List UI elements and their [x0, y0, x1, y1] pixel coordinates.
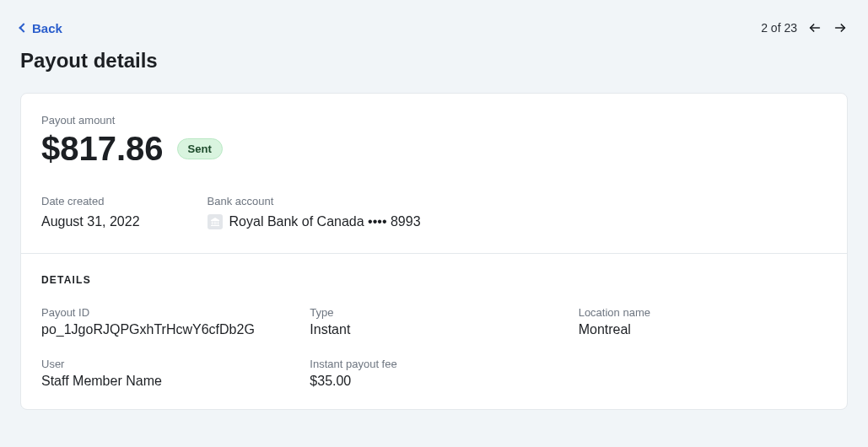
back-label: Back	[32, 21, 62, 35]
detail-value: $35.00	[310, 374, 558, 389]
detail-value: po_1JgoRJQPGxhTrHcwY6cfDb2G	[41, 322, 289, 337]
summary-section: Payout amount $817.86 Sent Date created …	[21, 94, 847, 253]
bank-icon	[208, 214, 223, 229]
details-section: DETAILS Payout ID po_1JgoRJQPGxhTrHcwY6c…	[21, 254, 847, 409]
date-created: Date created August 31, 2022	[41, 195, 140, 229]
pagination-text: 2 of 23	[761, 21, 797, 35]
bank-account-row: Royal Bank of Canada •••• 8993	[208, 214, 421, 229]
detail-value: Montreal	[579, 322, 827, 337]
payout-card: Payout amount $817.86 Sent Date created …	[20, 93, 848, 410]
detail-location: Location name Montreal	[579, 306, 827, 337]
detail-payout-id: Payout ID po_1JgoRJQPGxhTrHcwY6cfDb2G	[41, 306, 289, 337]
details-heading: DETAILS	[41, 274, 827, 286]
detail-type: Type Instant	[310, 306, 558, 337]
detail-label: Payout ID	[41, 306, 289, 319]
detail-label: Location name	[579, 306, 827, 319]
prev-button[interactable]	[807, 20, 822, 35]
arrow-left-icon	[808, 21, 822, 35]
page-title: Payout details	[20, 49, 848, 73]
status-badge: Sent	[177, 138, 223, 159]
pagination: 2 of 23	[761, 20, 848, 35]
top-bar: Back 2 of 23	[20, 20, 848, 35]
bank-account-label: Bank account	[208, 195, 421, 207]
payout-amount: $817.86	[41, 130, 164, 168]
detail-value: Instant	[310, 322, 558, 337]
next-button[interactable]	[833, 20, 848, 35]
detail-label: Type	[310, 306, 558, 319]
details-grid: Payout ID po_1JgoRJQPGxhTrHcwY6cfDb2G Ty…	[41, 306, 827, 389]
bank-account-value: Royal Bank of Canada •••• 8993	[229, 214, 421, 229]
meta-row: Date created August 31, 2022 Bank accoun…	[41, 195, 827, 229]
detail-label: Instant payout fee	[310, 358, 558, 370]
date-created-value: August 31, 2022	[41, 214, 140, 229]
date-created-label: Date created	[41, 195, 140, 207]
detail-user: User Staff Member Name	[41, 358, 289, 389]
detail-label: User	[41, 358, 289, 370]
back-link[interactable]: Back	[20, 21, 62, 35]
chevron-left-icon	[19, 23, 28, 32]
amount-label: Payout amount	[41, 114, 827, 127]
detail-fee: Instant payout fee $35.00	[310, 358, 558, 389]
bank-account: Bank account Royal Bank of Canada •••• 8…	[208, 195, 421, 229]
detail-value: Staff Member Name	[41, 374, 289, 389]
amount-row: $817.86 Sent	[41, 130, 827, 168]
arrow-right-icon	[833, 21, 847, 35]
